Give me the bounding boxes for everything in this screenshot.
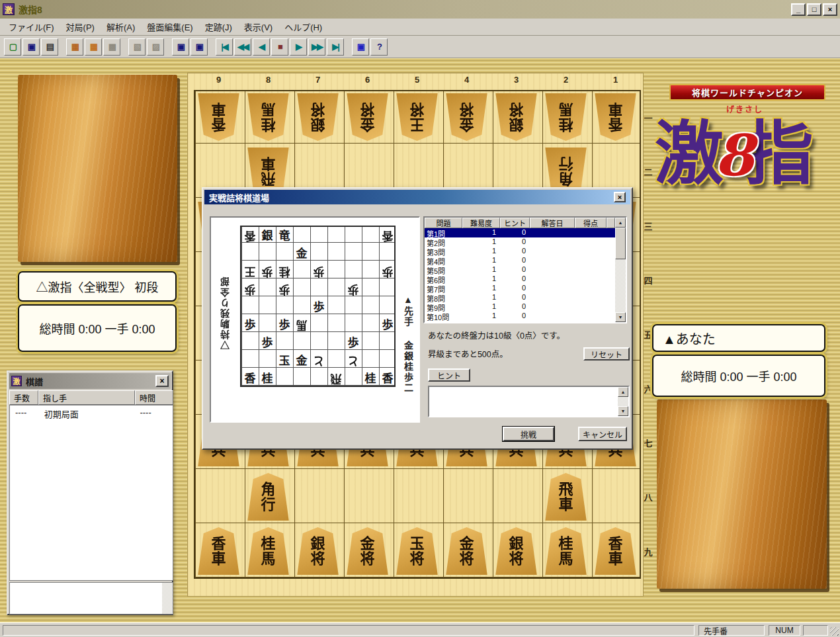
shogi-piece[interactable]: 金 将 xyxy=(445,527,488,575)
problem-col-hint[interactable]: ヒント xyxy=(500,218,530,228)
cancel-button[interactable]: キャンセル xyxy=(578,427,627,441)
kifu-row[interactable]: ---- 初期局面 ---- xyxy=(10,405,173,420)
save-button[interactable]: ▣ xyxy=(22,38,40,56)
dialog-title: 実戦詰将棋道場 xyxy=(209,191,269,204)
help-button[interactable]: ? xyxy=(370,38,388,56)
problem-col-score[interactable]: 得点 xyxy=(575,218,607,228)
menu-item[interactable]: 解析(A) xyxy=(101,18,141,36)
jump-start-button[interactable]: |◀ xyxy=(216,38,233,56)
position-save-icon: ▣ xyxy=(177,42,184,51)
kifu-close-button[interactable]: × xyxy=(155,375,169,387)
minimize-button[interactable]: _ xyxy=(791,3,806,16)
board-edit-button[interactable]: ▦ xyxy=(85,38,102,56)
scroll-down-icon[interactable]: ▼ xyxy=(618,406,628,416)
problem-row[interactable]: 第1問10 xyxy=(425,228,615,237)
maximize-button[interactable]: □ xyxy=(807,3,821,16)
step-back-button[interactable]: ◀ xyxy=(253,38,270,56)
close-button[interactable]: × xyxy=(823,3,837,16)
shogi-piece[interactable]: 王 将 xyxy=(396,93,439,141)
hint-box-scrollbar[interactable]: ▲ ▼ xyxy=(618,387,628,416)
shogi-piece[interactable]: 香 車 xyxy=(594,93,637,141)
shogi-piece[interactable]: 玉 将 xyxy=(396,527,439,575)
dialog-close-button[interactable]: × xyxy=(614,192,626,202)
problem-row[interactable]: 第2問10 xyxy=(425,237,615,247)
menu-item[interactable]: ファイル(F) xyxy=(3,18,60,36)
shogi-piece[interactable]: 金 将 xyxy=(346,93,389,141)
shogi-piece[interactable]: 銀 将 xyxy=(296,527,339,575)
problem-cell-hint: 0 xyxy=(500,284,530,293)
hint-text-box[interactable]: ▲ ▼ xyxy=(428,386,630,417)
shogi-piece[interactable]: 桂 馬 xyxy=(247,93,290,141)
problem-row[interactable]: 第11問10 xyxy=(425,321,615,322)
shogi-piece[interactable]: 銀 将 xyxy=(495,527,538,575)
kifu-comment-box[interactable] xyxy=(9,582,173,615)
kifu-header-moveno[interactable]: 手数 xyxy=(9,390,38,405)
print-button[interactable]: ▤ xyxy=(41,38,58,56)
kifu-header-move[interactable]: 指し手 xyxy=(38,390,135,405)
problem-row[interactable]: 第3問10 xyxy=(425,247,615,256)
shogi-piece[interactable]: 銀 将 xyxy=(296,93,339,141)
problem-cell-date xyxy=(530,237,575,247)
shogi-piece[interactable]: 桂 馬 xyxy=(247,527,290,575)
resize-grip[interactable] xyxy=(830,627,839,636)
shogi-piece[interactable]: 角 行 xyxy=(247,473,290,521)
shogi-piece[interactable]: 香 車 xyxy=(594,527,637,575)
shogi-piece[interactable]: 桂 馬 xyxy=(544,527,587,575)
scroll-thumb[interactable] xyxy=(615,228,626,259)
problem-cell-score xyxy=(575,302,607,312)
reset-button[interactable]: リセット xyxy=(583,347,630,361)
problem-cell-hint: 0 xyxy=(500,265,530,275)
problem-cell-hint: 0 xyxy=(500,312,530,321)
problem-col-name[interactable]: 問題 xyxy=(425,218,462,228)
position-save-button[interactable]: ▣ xyxy=(172,38,189,56)
problem-col-date[interactable]: 解答日 xyxy=(530,218,575,228)
mini-board-grid[interactable]: 香銀竜香金王歩桂歩歩歩歩歩歩歩歩馬歩歩歩玉金とと香桂飛桂香 xyxy=(240,226,396,387)
board-file-label: 5 xyxy=(392,75,442,85)
problem-row[interactable]: 第10問10 xyxy=(425,312,615,321)
shogi-piece[interactable]: 金 将 xyxy=(346,527,389,575)
board-window-button[interactable]: ▦ xyxy=(66,38,83,56)
kifu-header-time[interactable]: 時間 xyxy=(135,390,173,405)
scroll-up-icon[interactable]: ▲ xyxy=(615,218,626,228)
shogi-piece[interactable]: 金 将 xyxy=(445,93,488,141)
scroll-up-icon[interactable]: ▲ xyxy=(618,387,628,397)
menu-item[interactable]: 盤面編集(E) xyxy=(141,18,198,36)
menu-item[interactable]: ヘルプ(H) xyxy=(278,18,328,36)
problem-row[interactable]: 第5問10 xyxy=(425,265,615,275)
shogi-piece[interactable]: 銀 将 xyxy=(495,93,538,141)
menu-item[interactable]: 対局(P) xyxy=(60,18,101,36)
challenge-button[interactable]: 挑戦 xyxy=(503,427,554,441)
menu-item[interactable]: 定跡(J) xyxy=(199,18,238,36)
problem-row[interactable]: 第8問10 xyxy=(425,293,615,302)
problem-row[interactable]: 第4問10 xyxy=(425,256,615,265)
shogi-piece[interactable]: 飛 車 xyxy=(544,473,587,521)
new-file-button[interactable]: ▢ xyxy=(4,38,21,56)
problem-col-difficulty[interactable]: 難易度 xyxy=(462,218,500,228)
position-load-button[interactable]: ▣ xyxy=(190,38,208,56)
stop-button[interactable]: ■ xyxy=(271,38,288,56)
fast-forward-button[interactable]: ▶▶ xyxy=(308,38,325,56)
scroll-down-icon[interactable]: ▼ xyxy=(615,312,626,322)
problem-cell-name: 第8問 xyxy=(425,293,462,302)
kifu-comment-scrollbar[interactable] xyxy=(162,583,173,614)
shogi-piece[interactable]: 桂 馬 xyxy=(544,93,587,141)
shogi-piece[interactable]: 香 車 xyxy=(197,527,240,575)
display-settings-button[interactable]: ▣ xyxy=(352,38,369,56)
jump-end-button[interactable]: ▶| xyxy=(327,38,344,56)
problem-cell-difficulty: 1 xyxy=(462,247,500,256)
problem-cell-name: 第4問 xyxy=(425,256,462,265)
rewind-button[interactable]: ◀◀ xyxy=(234,38,251,56)
menu-item[interactable]: 表示(V) xyxy=(238,18,278,36)
problem-list-scrollbar[interactable]: ▲ ▼ xyxy=(615,218,626,322)
problem-row[interactable]: 第7問10 xyxy=(425,284,615,293)
dialog-title-bar[interactable]: 実戦詰将棋道場 × xyxy=(204,190,630,204)
step-forward-button[interactable]: ▶ xyxy=(290,38,307,56)
shogi-piece[interactable]: 香 車 xyxy=(197,93,240,141)
jump-end-icon: ▶| xyxy=(332,42,339,51)
problem-row[interactable]: 第9問10 xyxy=(425,302,615,312)
mini-piece: 歩 xyxy=(241,280,259,298)
hint-button[interactable]: ヒント xyxy=(428,368,470,382)
kifu-title-bar[interactable]: 激 棋譜 × xyxy=(9,373,171,389)
kifu-move-list[interactable]: ---- 初期局面 ---- xyxy=(9,405,173,581)
problem-row[interactable]: 第6問10 xyxy=(425,275,615,284)
